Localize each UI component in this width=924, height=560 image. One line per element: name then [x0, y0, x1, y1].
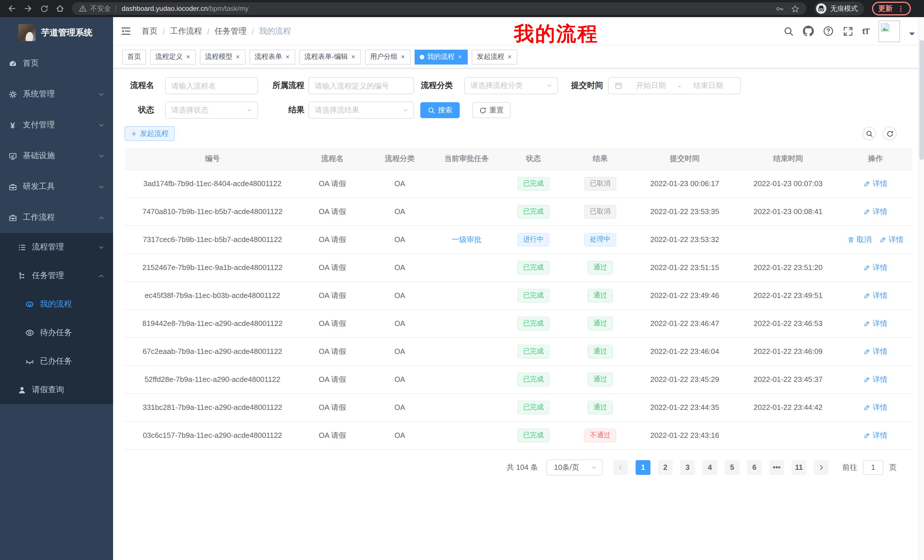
address-bar[interactable]: 不安全 dashboard.yudao.iocoder.cn /bpm/task…: [72, 2, 806, 15]
category-select[interactable]: 请选择流程分类: [464, 77, 558, 94]
browser-home-button[interactable]: [54, 2, 66, 15]
tab-process-form-edit[interactable]: 流程表单-编辑: [299, 49, 361, 64]
tab-process-model[interactable]: 流程模型: [200, 49, 246, 64]
page-size-select[interactable]: 10条/页: [546, 459, 603, 475]
tab-user-group[interactable]: 用户分组: [365, 49, 411, 64]
page-button-5[interactable]: 5: [725, 460, 740, 475]
breadcrumb-workflow[interactable]: 工作流程: [170, 26, 202, 36]
goto-page-input[interactable]: [863, 460, 884, 475]
tab-my-process[interactable]: 我的流程: [415, 49, 468, 64]
detail-link[interactable]: 详情: [864, 374, 888, 385]
github-icon[interactable]: [803, 26, 814, 36]
result-select[interactable]: 请选择流结果: [308, 102, 414, 119]
detail-link[interactable]: 详情: [879, 234, 903, 245]
avatar-dropdown-caret[interactable]: [909, 32, 915, 38]
detail-link[interactable]: 详情: [864, 290, 888, 301]
page-button-6[interactable]: 6: [747, 460, 762, 475]
sidebar-item-leave-query[interactable]: 请假查询: [0, 376, 113, 404]
close-icon[interactable]: [186, 54, 191, 59]
page-button-2[interactable]: 2: [658, 460, 673, 475]
process-category: OA: [394, 179, 405, 188]
detail-link[interactable]: 详情: [864, 262, 888, 273]
sidebar-item-home[interactable]: 首页: [0, 48, 113, 79]
scrollbar-thumb[interactable]: [920, 40, 924, 160]
breadcrumb-task-mgmt[interactable]: 任务管理: [215, 26, 247, 36]
col-result: 结果: [593, 154, 608, 163]
tab-start-process[interactable]: 发起流程: [472, 49, 518, 64]
close-icon[interactable]: [507, 54, 512, 59]
refresh-list-button[interactable]: [883, 127, 897, 141]
sidebar-item-workflow[interactable]: 工作流程: [0, 202, 113, 233]
col-actions: 操作: [868, 154, 883, 163]
show-search-button[interactable]: [862, 127, 876, 141]
tab-process-form[interactable]: 流程表单: [249, 49, 295, 64]
sidebar-item-payment[interactable]: ¥ 支付管理: [0, 109, 113, 141]
col-category: 流程分类: [385, 154, 415, 163]
page-button-1[interactable]: 1: [636, 460, 651, 475]
search-icon[interactable]: [783, 26, 794, 36]
detail-link[interactable]: 详情: [864, 207, 888, 217]
detail-link[interactable]: 详情: [864, 346, 888, 356]
parent-process-input[interactable]: [308, 77, 414, 94]
detail-link[interactable]: 详情: [864, 402, 888, 412]
browser-update-button[interactable]: 更新: [872, 2, 911, 15]
close-icon[interactable]: [235, 54, 240, 59]
kebab-menu-icon[interactable]: [897, 5, 904, 12]
sidebar-item-done-tasks[interactable]: 已办任务: [0, 347, 113, 376]
key-icon[interactable]: [776, 4, 784, 13]
breadcrumb-home[interactable]: 首页: [142, 26, 158, 36]
browser-reload-button[interactable]: [38, 2, 50, 15]
sidebar-item-task-mgmt[interactable]: 任务管理: [0, 262, 113, 290]
not-secure-warning-icon: [79, 4, 87, 13]
start-process-button[interactable]: 发起流程: [124, 126, 175, 141]
sidebar-item-devtools[interactable]: 研发工具: [0, 171, 113, 202]
page-button-3[interactable]: 3: [680, 460, 695, 475]
fullscreen-icon[interactable]: [843, 26, 853, 36]
prev-page-button[interactable]: [614, 460, 628, 475]
process-name-input[interactable]: [165, 77, 258, 94]
col-current-task: 当前审批任务: [444, 154, 489, 163]
font-size-icon[interactable]: tT: [862, 26, 869, 36]
cancel-link[interactable]: 取消: [848, 234, 872, 245]
date-range-picker[interactable]: 开始日期 - 结束日期: [608, 77, 741, 94]
process-name: OA 请假: [319, 263, 346, 271]
status-badge: 已完成: [518, 261, 549, 274]
close-icon[interactable]: [285, 54, 290, 59]
detail-link[interactable]: 详情: [864, 178, 888, 189]
start-date-placeholder[interactable]: 开始日期: [625, 81, 677, 91]
page-scrollbar[interactable]: [918, 17, 924, 560]
reset-button[interactable]: 重置: [472, 102, 510, 118]
submit-time: 2022-01-22 23:46:47: [650, 319, 719, 328]
page-ellipsis[interactable]: •••: [769, 460, 784, 475]
detail-link[interactable]: 详情: [864, 430, 888, 440]
end-time: 2022-01-22 23:46:53: [753, 319, 822, 328]
avatar[interactable]: [878, 20, 900, 42]
detail-link[interactable]: 详情: [864, 318, 888, 328]
tab-home[interactable]: 首页: [122, 49, 146, 64]
tab-process-definition[interactable]: 流程定义: [150, 49, 196, 64]
close-icon[interactable]: [400, 54, 405, 59]
sidebar-item-system[interactable]: 系统管理: [0, 79, 113, 109]
submit-time-label: 提交时间: [571, 81, 608, 91]
close-icon[interactable]: [458, 54, 463, 59]
status-select[interactable]: 请选择状态: [165, 102, 258, 119]
sidebar-item-todo-tasks[interactable]: 待办任务: [0, 319, 113, 347]
end-date-placeholder[interactable]: 结束日期: [682, 81, 734, 91]
sidebar-item-my-process[interactable]: 我的流程: [0, 290, 113, 319]
sidebar-item-infrastructure[interactable]: 基础设施: [0, 141, 113, 171]
chevron-down-icon: [98, 152, 105, 160]
page-button-4[interactable]: 4: [702, 460, 717, 475]
current-task-link[interactable]: 一级审批: [452, 235, 482, 244]
process-name: OA 请假: [319, 403, 346, 411]
bookmark-star-icon[interactable]: [791, 4, 800, 13]
page-button-11[interactable]: 11: [792, 460, 806, 475]
dashboard-icon: [8, 59, 17, 68]
close-icon[interactable]: [351, 54, 356, 59]
help-icon[interactable]: [823, 26, 834, 36]
sidebar-item-process-mgmt[interactable]: 流程管理: [0, 233, 113, 262]
next-page-button[interactable]: [814, 460, 829, 475]
browser-forward-button[interactable]: [22, 2, 34, 15]
sidebar-collapse-button[interactable]: [120, 26, 131, 36]
search-button[interactable]: 搜索: [420, 102, 460, 118]
browser-back-button[interactable]: [6, 2, 18, 15]
